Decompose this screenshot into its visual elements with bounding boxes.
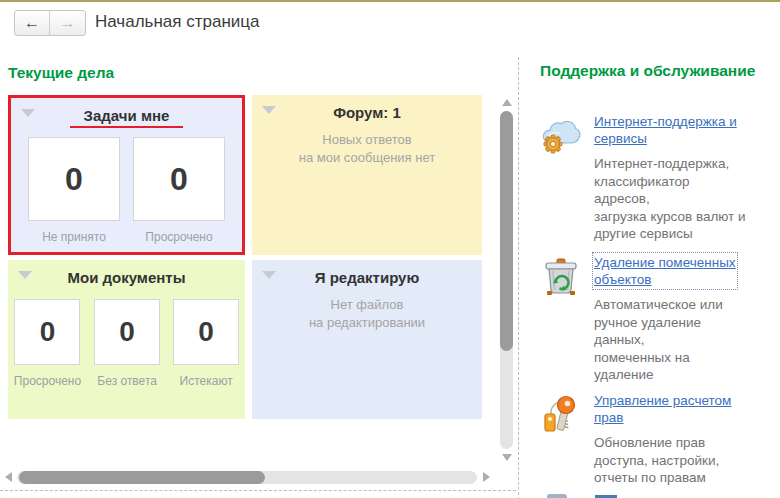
- counter-value: 0: [133, 137, 225, 221]
- scroll-down-arrow-icon[interactable]: [502, 454, 512, 461]
- support-item-deletion: Удаление помеченных объектов Автоматичес…: [540, 254, 736, 384]
- widget-docs-title[interactable]: Мои документы: [8, 269, 245, 286]
- widget-forum-title[interactable]: Форум: 1: [252, 104, 482, 121]
- cloud-services-icon: [540, 115, 582, 161]
- collapse-icon[interactable]: [18, 271, 32, 279]
- counter-overdue[interactable]: 0 Просрочено: [14, 299, 81, 388]
- form-bottom-divider: [0, 490, 516, 491]
- scroll-right-arrow-icon[interactable]: [483, 472, 490, 482]
- counter-label: Без ответа: [97, 374, 157, 388]
- editing-message: Нет файлов на редактировании: [252, 296, 482, 331]
- support-panel: Поддержка и обслуживание: [540, 2, 778, 498]
- internet-support-link[interactable]: Интернет-поддержка и сервисы: [594, 113, 737, 147]
- forum-message: Новых ответов на мои сообщения нет: [252, 131, 482, 166]
- counter-value: 0: [94, 299, 160, 365]
- back-button[interactable]: ←: [15, 11, 50, 35]
- home-page-window: ← → Начальная страница Текущие дела Зада…: [0, 0, 780, 498]
- collapse-icon[interactable]: [262, 271, 276, 279]
- widget-tasks-to-me: Задачи мне 0 Не принято 0 Просрочено: [8, 95, 245, 255]
- tasks-counters: 0 Не принято 0 Просрочено: [11, 137, 242, 244]
- collapse-icon[interactable]: [21, 109, 35, 117]
- support-item-internet: Интернет-поддержка и сервисы Интернет-по…: [540, 113, 746, 243]
- counter-not-accepted[interactable]: 0 Не принято: [28, 137, 120, 244]
- counter-label: Просрочено: [14, 374, 81, 388]
- widget-editing-title[interactable]: Я редактирую: [252, 269, 482, 286]
- counter-label: Не принято: [42, 230, 106, 244]
- back-arrow-icon: ←: [24, 14, 40, 32]
- widget-forum: Форум: 1 Новых ответов на мои сообщения …: [252, 95, 482, 255]
- counter-no-answer[interactable]: 0 Без ответа: [94, 299, 160, 388]
- docs-counters: 0 Просрочено 0 Без ответа 0 Истекают: [8, 299, 245, 388]
- scroll-left-arrow-icon[interactable]: [5, 472, 12, 482]
- horizontal-scrollbar-thumb[interactable]: [19, 471, 265, 484]
- counter-value: 0: [14, 299, 80, 365]
- widgets-grid: Задачи мне 0 Не принято 0 Просрочено Фор…: [8, 95, 482, 419]
- rights-management-link[interactable]: Управление расчетом прав: [594, 392, 731, 426]
- support-item-rights: Управление расчетом прав Обновление прав…: [540, 392, 731, 487]
- partial-next-item-icon: [547, 494, 567, 498]
- vertical-scrollbar-thumb[interactable]: [500, 111, 513, 351]
- scroll-up-arrow-icon[interactable]: [502, 99, 512, 106]
- counter-expiring[interactable]: 0 Истекают: [173, 299, 239, 388]
- counter-label: Просрочено: [145, 230, 212, 244]
- forward-button[interactable]: →: [50, 11, 85, 35]
- counter-value: 0: [28, 137, 120, 221]
- page-title: Начальная страница: [95, 12, 260, 32]
- counter-value: 0: [173, 299, 239, 365]
- recycle-bin-icon: [540, 256, 582, 302]
- panel-splitter[interactable]: [518, 57, 519, 498]
- internet-support-description: Интернет-поддержка, классификатор адресо…: [594, 155, 746, 243]
- deletion-link[interactable]: Удаление помеченных объектов: [594, 254, 736, 288]
- collapse-icon[interactable]: [262, 106, 276, 114]
- forward-arrow-icon: →: [60, 14, 76, 32]
- widget-tasks-title[interactable]: Задачи мне: [11, 107, 242, 124]
- rights-description: Обновление прав доступа, настройки, отче…: [594, 434, 731, 487]
- widget-i-am-editing: Я редактирую Нет файлов на редактировани…: [252, 260, 482, 419]
- current-tasks-header: Текущие дела: [8, 64, 114, 82]
- deletion-description: Автоматическое или ручное удаление данны…: [594, 296, 736, 384]
- widget-my-documents: Мои документы 0 Просрочено 0 Без ответа …: [8, 260, 245, 419]
- counter-label: Истекают: [180, 374, 233, 388]
- keys-icon: [540, 394, 582, 440]
- history-nav-group: ← →: [14, 10, 86, 36]
- support-header: Поддержка и обслуживание: [540, 62, 755, 80]
- counter-overdue[interactable]: 0 Просрочено: [133, 137, 225, 244]
